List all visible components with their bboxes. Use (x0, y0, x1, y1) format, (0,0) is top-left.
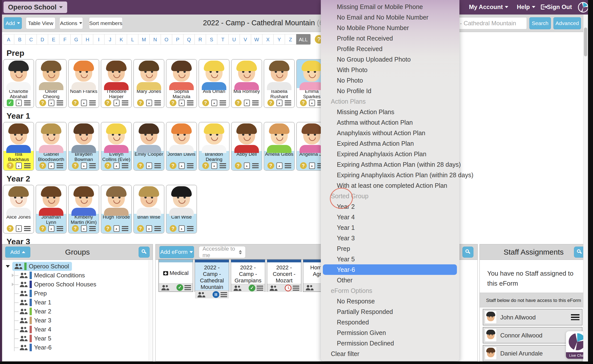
filter-menu-item[interactable]: Permission Declined (321, 338, 459, 348)
filter-menu-item[interactable]: Expiring Anaphylaxis Action Plan (within… (321, 170, 459, 180)
alpha-filter-B[interactable]: B (14, 34, 26, 45)
alpha-filter-I[interactable]: I (93, 34, 105, 45)
profile-status-icon[interactable]: ? (170, 225, 176, 232)
student-menu-icon[interactable] (122, 163, 128, 168)
user-avatar[interactable] (578, 2, 588, 13)
student-card[interactable]: Charlotte Abrahail ✓ ▲ (3, 59, 34, 108)
profile-card-icon[interactable]: ▲ (276, 162, 282, 169)
student-card[interactable]: Oliver Cheong ? ▲ (36, 59, 67, 108)
staff-row[interactable]: John Allwood (483, 309, 582, 325)
eform-filter-select[interactable]: Accessible to me (199, 246, 246, 258)
sign-out-button[interactable]: Sign Out (541, 4, 572, 11)
student-card[interactable]: Alice Jones ? ▲ (3, 185, 34, 234)
eform-menu-icon[interactable] (221, 292, 227, 297)
search-input[interactable] (457, 17, 527, 29)
profile-card-icon[interactable]: ▲ (179, 100, 185, 106)
filter-menu-item[interactable]: Expired Asthma Action Plan (321, 138, 459, 149)
student-menu-icon[interactable] (187, 163, 193, 168)
student-menu-icon[interactable] (220, 163, 226, 168)
eform-card[interactable]: 2022 - Concert - Mozart (267, 259, 302, 292)
profile-card-icon[interactable]: ▲ (81, 225, 87, 232)
profile-status-icon[interactable]: ? (39, 162, 46, 169)
filter-menu-item[interactable]: Responded (321, 317, 459, 327)
student-card[interactable]: Brandon Dearing ? ▲ (199, 122, 230, 171)
profile-status-icon[interactable]: ✓ (7, 99, 14, 106)
student-card[interactable]: Isla Backhaus ? ▲ (3, 122, 34, 171)
profile-card-icon[interactable]: ▲ (211, 100, 217, 106)
profile-card-icon[interactable]: ▲ (114, 100, 120, 106)
eform-status-icon[interactable] (285, 285, 291, 291)
profile-card-icon[interactable]: ▲ (16, 225, 22, 232)
filter-menu-item[interactable]: Other (321, 275, 459, 285)
student-menu-icon[interactable] (24, 163, 31, 168)
profile-card-icon[interactable]: ▲ (81, 100, 87, 106)
help-menu[interactable]: Help (517, 4, 535, 11)
filter-menu-item[interactable]: Profile not Received (321, 33, 459, 44)
filter-menu-item[interactable]: Missing Action Plans (321, 107, 459, 117)
profile-card-icon[interactable]: ▲ (146, 225, 152, 232)
student-menu-icon[interactable] (24, 100, 31, 105)
student-menu-icon[interactable] (154, 226, 161, 231)
filter-menu-item[interactable]: Expiring Asthma Action Plan (within 28 d… (321, 159, 459, 170)
profile-card-icon[interactable]: ▲ (211, 162, 217, 169)
profile-status-icon[interactable]: ? (7, 162, 14, 169)
profile-status-icon[interactable]: ? (72, 162, 79, 169)
profile-status-icon[interactable]: ? (300, 162, 307, 169)
alpha-filter-E[interactable]: E (48, 34, 59, 45)
filter-menu-item[interactable]: Year 4 (321, 212, 459, 222)
expander-icon[interactable] (6, 265, 10, 268)
alpha-filter-Z[interactable]: Z (285, 34, 296, 45)
eform-card[interactable]: Medical ✓ (158, 259, 193, 292)
sort-members-button[interactable]: Sort members (89, 17, 123, 29)
profile-card-icon[interactable]: ▲ (244, 162, 250, 169)
eform-menu-icon[interactable] (293, 286, 299, 291)
student-card[interactable]: Amelia Gibbs ? ▲ (264, 122, 295, 171)
group-tree-item[interactable]: Year 1 (2, 298, 153, 307)
profile-status-icon[interactable]: ? (137, 162, 144, 169)
actions-button[interactable]: Actions (59, 17, 83, 29)
student-menu-icon[interactable] (89, 163, 96, 168)
profile-card-icon[interactable]: ▲ (114, 225, 120, 232)
student-menu-icon[interactable] (24, 226, 31, 231)
expander-icon[interactable] (12, 283, 14, 286)
profile-status-icon[interactable]: ? (235, 162, 242, 169)
group-tree-item[interactable]: Year 3 (2, 316, 153, 325)
student-menu-icon[interactable] (122, 100, 128, 105)
profile-status-icon[interactable]: ? (39, 99, 46, 106)
groups-scrollbar[interactable] (149, 260, 152, 361)
alpha-filter-V[interactable]: V (240, 34, 251, 45)
profile-status-icon[interactable]: ? (105, 99, 111, 106)
student-card[interactable]: Mary Jones ? ▲ (133, 59, 164, 108)
student-menu-icon[interactable] (252, 100, 259, 105)
profile-card-icon[interactable]: ▲ (114, 162, 120, 169)
filter-menu-item[interactable]: Permission Given (321, 327, 459, 338)
filter-menu-item[interactable]: No Mobile Phone Number (321, 23, 459, 33)
profile-card-icon[interactable]: ▲ (81, 162, 87, 169)
alpha-filter-G[interactable]: G (71, 34, 82, 45)
student-menu-icon[interactable] (89, 226, 96, 231)
alpha-filter-K[interactable]: K (116, 34, 127, 45)
alpha-filter-T[interactable]: T (217, 34, 229, 45)
clear-filter-item[interactable]: Clear filter (321, 348, 459, 359)
school-menu-button[interactable]: Operoo School (4, 2, 67, 13)
student-menu-icon[interactable] (154, 100, 161, 105)
student-menu-icon[interactable] (57, 226, 63, 231)
student-card[interactable]: Jordan Davis ? ▲ (166, 122, 197, 171)
alpha-filter-N[interactable]: N (150, 34, 161, 45)
profile-status-icon[interactable]: ? (7, 225, 14, 232)
alpha-filter-W[interactable]: W (251, 34, 262, 45)
filter-menu-item[interactable]: With Photo (321, 65, 459, 75)
student-card[interactable]: Theodore Harper ? ▲ (101, 59, 132, 108)
filter-menu-item[interactable]: Year 5 (321, 254, 459, 264)
my-account-menu[interactable]: My Account (469, 4, 508, 11)
profile-card-icon[interactable]: ▲ (48, 225, 54, 232)
group-tree-item[interactable]: Year 2 (2, 307, 153, 316)
alpha-filter-H[interactable]: H (82, 34, 93, 45)
filter-menu-item[interactable]: No Response (321, 296, 459, 306)
profile-status-icon[interactable]: ? (39, 225, 46, 232)
student-menu-icon[interactable] (154, 163, 161, 168)
filter-menu-item[interactable]: Year-6 (323, 264, 457, 275)
profile-status-icon[interactable]: ? (267, 99, 274, 106)
profile-status-icon[interactable]: ? (267, 162, 274, 169)
expander-icon[interactable] (12, 274, 14, 277)
